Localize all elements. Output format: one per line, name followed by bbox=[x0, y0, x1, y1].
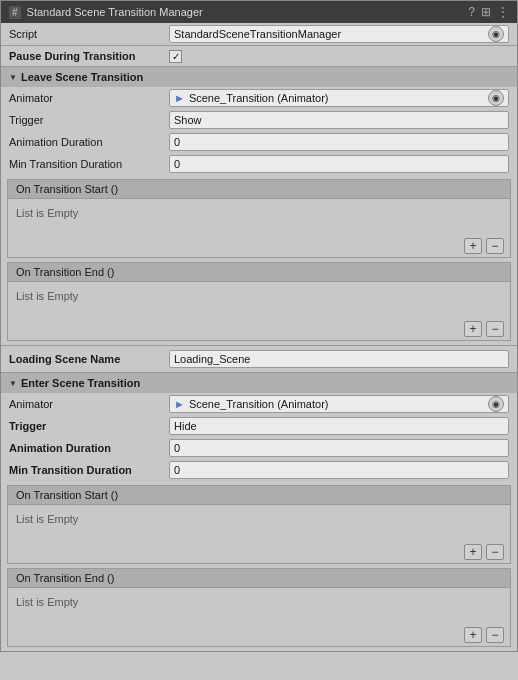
enter-animator-icon: ► bbox=[174, 398, 185, 410]
loading-scene-row: Loading Scene Name bbox=[1, 346, 517, 372]
leave-start-event-header: On Transition Start () bbox=[8, 180, 510, 199]
leave-end-event-block: On Transition End () List is Empty + − bbox=[7, 262, 511, 341]
loading-scene-input[interactable] bbox=[169, 350, 509, 368]
leave-triangle: ▼ bbox=[9, 73, 17, 82]
enter-trigger-label: Trigger bbox=[9, 420, 169, 432]
leave-trigger-row: Trigger bbox=[1, 109, 517, 131]
enter-scene-header[interactable]: ▼ Enter Scene Transition bbox=[1, 373, 517, 393]
leave-animator-circle-btn[interactable]: ◉ bbox=[488, 90, 504, 106]
pause-label: Pause During Transition bbox=[9, 50, 169, 62]
leave-anim-duration-input[interactable] bbox=[169, 133, 509, 151]
title-bar-title: Standard Scene Transition Manager bbox=[27, 6, 203, 18]
enter-anim-duration-row: Animation Duration bbox=[1, 437, 517, 459]
enter-end-event-block: On Transition End () List is Empty + − bbox=[7, 568, 511, 647]
leave-anim-duration-row: Animation Duration bbox=[1, 131, 517, 153]
enter-start-controls: + − bbox=[8, 541, 510, 563]
content: Script StandardSceneTransitionManager ◉ … bbox=[1, 23, 517, 647]
enter-min-duration-row: Min Transition Duration bbox=[1, 459, 517, 481]
loading-scene-label: Loading Scene Name bbox=[9, 353, 169, 365]
leave-start-add-btn[interactable]: + bbox=[464, 238, 482, 254]
more-icon[interactable]: ⋮ bbox=[497, 5, 509, 19]
enter-start-add-btn[interactable]: + bbox=[464, 544, 482, 560]
enter-anim-duration-label: Animation Duration bbox=[9, 442, 169, 454]
enter-end-add-btn[interactable]: + bbox=[464, 627, 482, 643]
enter-start-event-header: On Transition Start () bbox=[8, 486, 510, 505]
leave-animator-label: Animator bbox=[9, 92, 169, 104]
enter-animator-row: Animator ► Scene_Transition (Animator) ◉ bbox=[1, 393, 517, 415]
layout-icon[interactable]: ⊞ bbox=[481, 5, 491, 19]
enter-animator-circle-btn[interactable]: ◉ bbox=[488, 396, 504, 412]
leave-end-remove-btn[interactable]: − bbox=[486, 321, 504, 337]
enter-triangle: ▼ bbox=[9, 379, 17, 388]
enter-scene-label: Enter Scene Transition bbox=[21, 377, 140, 389]
leave-animator-value: Scene_Transition (Animator) bbox=[189, 92, 488, 104]
enter-start-event-block: On Transition Start () List is Empty + − bbox=[7, 485, 511, 564]
leave-start-remove-btn[interactable]: − bbox=[486, 238, 504, 254]
script-label: Script bbox=[9, 28, 169, 40]
enter-min-duration-input[interactable] bbox=[169, 461, 509, 479]
enter-trigger-input[interactable] bbox=[169, 417, 509, 435]
script-circle-btn[interactable]: ◉ bbox=[488, 26, 504, 42]
enter-animator-value: Scene_Transition (Animator) bbox=[189, 398, 488, 410]
leave-end-controls: + − bbox=[8, 318, 510, 340]
leave-animator-row: Animator ► Scene_Transition (Animator) ◉ bbox=[1, 87, 517, 109]
enter-end-event-header: On Transition End () bbox=[8, 569, 510, 588]
script-row: Script StandardSceneTransitionManager ◉ bbox=[1, 23, 517, 45]
hash-badge: # bbox=[9, 6, 21, 19]
enter-animator-label: Animator bbox=[9, 398, 169, 410]
leave-min-duration-label: Min Transition Duration bbox=[9, 158, 169, 170]
leave-start-event-block: On Transition Start () List is Empty + − bbox=[7, 179, 511, 258]
pause-checkbox-container[interactable] bbox=[169, 50, 182, 63]
pause-checkbox[interactable] bbox=[169, 50, 182, 63]
enter-start-empty: List is Empty bbox=[8, 505, 510, 541]
enter-end-remove-btn[interactable]: − bbox=[486, 627, 504, 643]
leave-min-duration-input[interactable] bbox=[169, 155, 509, 173]
leave-end-event-header: On Transition End () bbox=[8, 263, 510, 282]
leave-scene-header[interactable]: ▼ Leave Scene Transition bbox=[1, 67, 517, 87]
script-value: StandardSceneTransitionManager bbox=[174, 28, 341, 40]
leave-min-duration-row: Min Transition Duration bbox=[1, 153, 517, 175]
leave-start-empty: List is Empty bbox=[8, 199, 510, 235]
enter-end-empty: List is Empty bbox=[8, 588, 510, 624]
leave-trigger-input[interactable] bbox=[169, 111, 509, 129]
pause-during-transition-row: Pause During Transition bbox=[1, 46, 517, 66]
leave-animator-icon: ► bbox=[174, 92, 185, 104]
leave-animator-field[interactable]: ► Scene_Transition (Animator) ◉ bbox=[169, 89, 509, 107]
enter-min-duration-label: Min Transition Duration bbox=[9, 464, 169, 476]
leave-end-add-btn[interactable]: + bbox=[464, 321, 482, 337]
leave-end-empty: List is Empty bbox=[8, 282, 510, 318]
title-bar: # Standard Scene Transition Manager ? ⊞ … bbox=[1, 1, 517, 23]
enter-animator-field[interactable]: ► Scene_Transition (Animator) ◉ bbox=[169, 395, 509, 413]
enter-anim-duration-input[interactable] bbox=[169, 439, 509, 457]
enter-end-controls: + − bbox=[8, 624, 510, 646]
help-icon[interactable]: ? bbox=[468, 5, 475, 19]
leave-trigger-label: Trigger bbox=[9, 114, 169, 126]
title-bar-left: # Standard Scene Transition Manager bbox=[9, 6, 203, 19]
script-field[interactable]: StandardSceneTransitionManager ◉ bbox=[169, 25, 509, 43]
window: # Standard Scene Transition Manager ? ⊞ … bbox=[0, 0, 518, 652]
enter-trigger-row: Trigger bbox=[1, 415, 517, 437]
enter-start-remove-btn[interactable]: − bbox=[486, 544, 504, 560]
leave-start-controls: + − bbox=[8, 235, 510, 257]
leave-anim-duration-label: Animation Duration bbox=[9, 136, 169, 148]
leave-scene-label: Leave Scene Transition bbox=[21, 71, 143, 83]
title-bar-icons: ? ⊞ ⋮ bbox=[468, 5, 509, 19]
